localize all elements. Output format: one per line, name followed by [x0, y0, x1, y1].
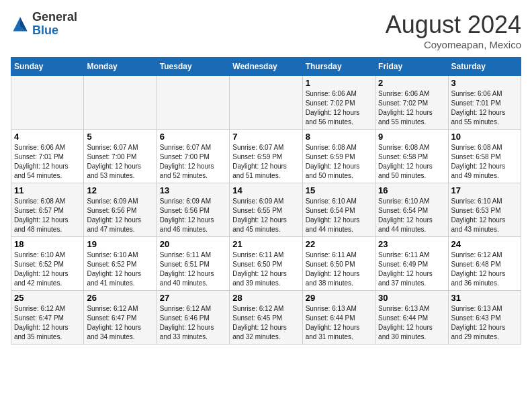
- calendar-cell: 5Sunrise: 6:07 AM Sunset: 7:00 PM Daylig…: [84, 130, 157, 183]
- day-info: Sunrise: 6:13 AM Sunset: 6:44 PM Dayligh…: [378, 304, 445, 342]
- calendar-cell: 16Sunrise: 6:10 AM Sunset: 6:54 PM Dayli…: [375, 183, 448, 237]
- day-info: Sunrise: 6:09 AM Sunset: 6:56 PM Dayligh…: [87, 197, 153, 234]
- calendar-cell: 10Sunrise: 6:08 AM Sunset: 6:58 PM Dayli…: [448, 130, 521, 183]
- day-number: 19: [87, 239, 153, 249]
- calendar-cell: 17Sunrise: 6:10 AM Sunset: 6:53 PM Dayli…: [448, 183, 521, 237]
- calendar-cell: 12Sunrise: 6:09 AM Sunset: 6:56 PM Dayli…: [84, 183, 157, 237]
- calendar-cell: 1Sunrise: 6:06 AM Sunset: 7:02 PM Daylig…: [302, 76, 375, 130]
- calendar-week-row: 4Sunrise: 6:06 AM Sunset: 7:01 PM Daylig…: [11, 130, 521, 183]
- day-info: Sunrise: 6:11 AM Sunset: 6:49 PM Dayligh…: [378, 250, 445, 288]
- day-info: Sunrise: 6:12 AM Sunset: 6:48 PM Dayligh…: [451, 250, 518, 288]
- day-number: 16: [378, 185, 445, 195]
- day-number: 12: [87, 185, 153, 195]
- calendar-cell: 23Sunrise: 6:11 AM Sunset: 6:49 PM Dayli…: [375, 237, 448, 291]
- calendar-cell: 24Sunrise: 6:12 AM Sunset: 6:48 PM Dayli…: [448, 237, 521, 291]
- calendar-cell: 29Sunrise: 6:13 AM Sunset: 6:44 PM Dayli…: [302, 291, 375, 345]
- day-info: Sunrise: 6:06 AM Sunset: 7:01 PM Dayligh…: [451, 89, 518, 127]
- day-info: Sunrise: 6:12 AM Sunset: 6:47 PM Dayligh…: [14, 304, 81, 342]
- calendar-cell: 19Sunrise: 6:10 AM Sunset: 6:52 PM Dayli…: [84, 237, 157, 291]
- day-info: Sunrise: 6:10 AM Sunset: 6:52 PM Dayligh…: [87, 250, 153, 288]
- logo-icon: [11, 15, 30, 34]
- day-number: 18: [14, 239, 81, 249]
- day-info: Sunrise: 6:09 AM Sunset: 6:55 PM Dayligh…: [232, 197, 299, 234]
- calendar-cell: [157, 76, 229, 130]
- day-info: Sunrise: 6:07 AM Sunset: 7:00 PM Dayligh…: [160, 143, 226, 181]
- calendar-week-row: 25Sunrise: 6:12 AM Sunset: 6:47 PM Dayli…: [11, 291, 521, 345]
- calendar-cell: 3Sunrise: 6:06 AM Sunset: 7:01 PM Daylig…: [448, 76, 521, 130]
- day-number: 22: [306, 239, 372, 249]
- day-info: Sunrise: 6:10 AM Sunset: 6:53 PM Dayligh…: [451, 197, 518, 234]
- calendar-cell: 15Sunrise: 6:10 AM Sunset: 6:54 PM Dayli…: [302, 183, 375, 237]
- location-subtitle: Coyomeapan, Mexico: [386, 39, 521, 50]
- calendar-cell: 21Sunrise: 6:11 AM Sunset: 6:50 PM Dayli…: [230, 237, 302, 291]
- calendar-week-row: 1Sunrise: 6:06 AM Sunset: 7:02 PM Daylig…: [11, 76, 521, 130]
- day-info: Sunrise: 6:12 AM Sunset: 6:47 PM Dayligh…: [87, 304, 153, 342]
- weekday-header-wednesday: Wednesday: [230, 58, 302, 76]
- day-info: Sunrise: 6:08 AM Sunset: 6:57 PM Dayligh…: [14, 197, 81, 234]
- calendar-cell: 13Sunrise: 6:09 AM Sunset: 6:56 PM Dayli…: [157, 183, 229, 237]
- day-info: Sunrise: 6:11 AM Sunset: 6:50 PM Dayligh…: [306, 250, 372, 288]
- day-info: Sunrise: 6:11 AM Sunset: 6:51 PM Dayligh…: [160, 250, 226, 288]
- day-number: 9: [378, 132, 445, 142]
- calendar-cell: 11Sunrise: 6:08 AM Sunset: 6:57 PM Dayli…: [11, 183, 84, 237]
- day-number: 4: [14, 132, 81, 142]
- day-info: Sunrise: 6:09 AM Sunset: 6:56 PM Dayligh…: [160, 197, 226, 234]
- day-number: 5: [87, 132, 153, 142]
- calendar-cell: 8Sunrise: 6:08 AM Sunset: 6:59 PM Daylig…: [302, 130, 375, 183]
- day-number: 26: [87, 293, 153, 303]
- day-number: 27: [160, 293, 226, 303]
- day-number: 1: [306, 78, 372, 88]
- day-number: 17: [451, 185, 518, 195]
- day-number: 23: [378, 239, 445, 249]
- calendar-cell: 30Sunrise: 6:13 AM Sunset: 6:44 PM Dayli…: [375, 291, 448, 345]
- calendar-cell: 6Sunrise: 6:07 AM Sunset: 7:00 PM Daylig…: [157, 130, 229, 183]
- weekday-header-tuesday: Tuesday: [157, 58, 229, 76]
- day-number: 2: [378, 78, 445, 88]
- logo-text: General Blue: [32, 11, 77, 38]
- calendar-header: SundayMondayTuesdayWednesdayThursdayFrid…: [11, 58, 521, 76]
- day-info: Sunrise: 6:06 AM Sunset: 7:02 PM Dayligh…: [306, 89, 372, 127]
- day-info: Sunrise: 6:13 AM Sunset: 6:43 PM Dayligh…: [451, 304, 518, 342]
- day-number: 31: [451, 293, 518, 303]
- day-number: 6: [160, 132, 226, 142]
- calendar-cell: 26Sunrise: 6:12 AM Sunset: 6:47 PM Dayli…: [84, 291, 157, 345]
- calendar-cell: [230, 76, 302, 130]
- day-number: 20: [160, 239, 226, 249]
- day-number: 28: [232, 293, 299, 303]
- day-info: Sunrise: 6:12 AM Sunset: 6:45 PM Dayligh…: [232, 304, 299, 342]
- day-info: Sunrise: 6:06 AM Sunset: 7:02 PM Dayligh…: [378, 89, 445, 127]
- day-info: Sunrise: 6:07 AM Sunset: 6:59 PM Dayligh…: [232, 143, 299, 181]
- calendar-cell: 25Sunrise: 6:12 AM Sunset: 6:47 PM Dayli…: [11, 291, 84, 345]
- weekday-header-monday: Monday: [84, 58, 157, 76]
- day-number: 10: [451, 132, 518, 142]
- logo-blue-text: Blue: [32, 24, 58, 37]
- weekday-header-row: SundayMondayTuesdayWednesdayThursdayFrid…: [11, 58, 521, 76]
- calendar-cell: 28Sunrise: 6:12 AM Sunset: 6:45 PM Dayli…: [230, 291, 302, 345]
- calendar-table: SundayMondayTuesdayWednesdayThursdayFrid…: [11, 57, 521, 345]
- day-number: 25: [14, 293, 81, 303]
- logo: General Blue: [11, 11, 77, 38]
- calendar-cell: 20Sunrise: 6:11 AM Sunset: 6:51 PM Dayli…: [157, 237, 229, 291]
- calendar-week-row: 18Sunrise: 6:10 AM Sunset: 6:52 PM Dayli…: [11, 237, 521, 291]
- calendar-cell: 18Sunrise: 6:10 AM Sunset: 6:52 PM Dayli…: [11, 237, 84, 291]
- calendar-body: 1Sunrise: 6:06 AM Sunset: 7:02 PM Daylig…: [11, 76, 521, 345]
- calendar-cell: [84, 76, 157, 130]
- day-info: Sunrise: 6:12 AM Sunset: 6:46 PM Dayligh…: [160, 304, 226, 342]
- day-number: 15: [306, 185, 372, 195]
- calendar-cell: 27Sunrise: 6:12 AM Sunset: 6:46 PM Dayli…: [157, 291, 229, 345]
- calendar-cell: 14Sunrise: 6:09 AM Sunset: 6:55 PM Dayli…: [230, 183, 302, 237]
- day-number: 24: [451, 239, 518, 249]
- calendar-cell: 4Sunrise: 6:06 AM Sunset: 7:01 PM Daylig…: [11, 130, 84, 183]
- weekday-header-thursday: Thursday: [302, 58, 375, 76]
- day-info: Sunrise: 6:11 AM Sunset: 6:50 PM Dayligh…: [232, 250, 299, 288]
- page-header: General Blue August 2024 Coyomeapan, Mex…: [11, 11, 521, 50]
- day-info: Sunrise: 6:08 AM Sunset: 6:59 PM Dayligh…: [306, 143, 372, 181]
- weekday-header-sunday: Sunday: [11, 58, 84, 76]
- day-number: 21: [232, 239, 299, 249]
- day-number: 13: [160, 185, 226, 195]
- calendar-cell: 31Sunrise: 6:13 AM Sunset: 6:43 PM Dayli…: [448, 291, 521, 345]
- logo-general-text: General: [32, 10, 77, 24]
- day-number: 7: [232, 132, 299, 142]
- day-info: Sunrise: 6:10 AM Sunset: 6:52 PM Dayligh…: [14, 250, 81, 288]
- day-number: 30: [378, 293, 445, 303]
